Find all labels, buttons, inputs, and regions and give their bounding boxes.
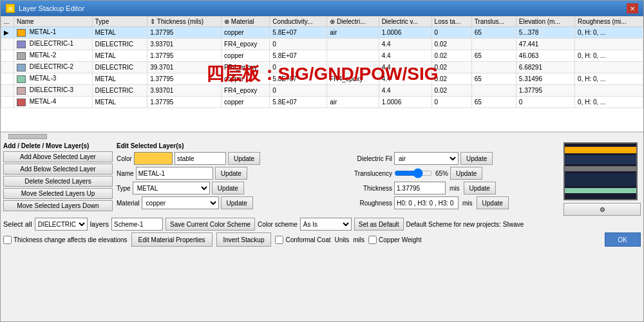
thickness-checkbox-text: Thickness change affects die elevations [14,236,128,243]
material-update-button[interactable]: Update [221,196,253,209]
color-preview-swatch[interactable] [134,152,173,165]
row-type: DIELECTRIC [92,39,147,50]
name-update-button[interactable]: Update [215,167,247,180]
thickness-checkbox-label[interactable]: Thickness change affects die elevations [3,236,128,244]
row-thickness: 39.3701 [147,62,222,73]
col-loss[interactable]: Loss ta... [431,17,471,27]
roughness-update-button[interactable]: Update [477,196,509,209]
layer-table-area[interactable]: ... Name Type ⇕ Thickness (mils) ⊕ Mater… [1,16,643,132]
col-dielectric[interactable]: ⊕ Dielectri... [327,17,379,27]
translucency-label: Translucency [341,170,392,177]
roughness-unit: mis [462,200,473,207]
row-name: METAL-4 [14,97,93,108]
layer-type-select[interactable]: DIELECTRIC METAL [35,218,88,231]
move-up-button[interactable]: Move Selected Layers Up [3,188,113,199]
col-roughness[interactable]: Roughness (mi... [575,17,643,27]
set-default-button[interactable]: Set as Default [354,218,404,231]
dielectric-fill-row: Dielectric Fil air FR4_epoxy Update [341,152,560,165]
color-input[interactable] [175,152,226,165]
row-dielectric-fill [327,85,379,97]
delete-layers-button[interactable]: Delete Selected Layers [3,176,113,187]
row-indicator [1,50,14,62]
row-loss: 0.02 [431,39,471,50]
row-translucency [471,62,516,73]
row-type: METAL [92,50,147,62]
type-update-button[interactable]: Update [212,182,244,194]
horizontal-scrollbar[interactable] [1,132,643,140]
col-dielectric-v[interactable]: Dielectric v... [379,17,431,27]
color-label: Color [117,155,132,162]
material-label: Material [117,200,140,207]
invert-stackup-button[interactable]: Invert Stackup [216,232,272,247]
col-material[interactable]: ⊕ Material [222,17,270,27]
table-row[interactable]: ▶ METAL-1 METAL 1.37795 copper 5.8E+07 a… [1,27,643,39]
roughness-label: Roughness [341,200,392,207]
thickness-update-button[interactable]: Update [464,182,496,194]
roughness-row: Roughness mis Update [341,196,560,209]
row-material: FR4_epoxy [222,62,270,73]
row-translucency: 65 [471,97,516,108]
add-above-button[interactable]: Add Above Selected Layer [3,151,113,162]
save-scheme-button[interactable]: Save Current Color Scheme [166,218,255,231]
form-section: Color Update Name Update [117,152,560,211]
translucency-slider-row: 65% [394,168,448,178]
copper-weight-label[interactable]: Copper Weight [368,236,422,244]
edit-selected-panel: Edit Selected Layer(s) Color Update [117,142,560,211]
add-below-button[interactable]: Add Below Selected Layer [3,164,113,175]
row-indicator [1,62,14,73]
table-row[interactable]: DIELECTRIC-1 DIELECTRIC 3.93701 FR4_epox… [1,39,643,50]
roughness-input[interactable] [394,196,459,209]
row-elevation: 46.063 [516,50,574,62]
row-translucency: 65 [471,50,516,62]
color-update-button[interactable]: Update [228,152,260,165]
row-thickness: 3.93701 [147,39,222,50]
default-scheme-text: Default Scheme for new projects: SIwave [406,221,524,228]
dielectric-fill-update-button[interactable]: Update [460,152,493,165]
row-conductivity: 5.8E+07 [270,50,327,62]
table-row[interactable]: DIELECTRIC-3 DIELECTRIC 3.93701 FR4_epox… [1,85,643,97]
edit-material-button[interactable]: Edit Material Properties [131,232,213,247]
table-row[interactable]: DIELECTRIC-2 DIELECTRIC 39.3701 FR4_epox… [1,62,643,73]
move-down-button[interactable]: Move Selected Layers Down [3,200,113,211]
col-type[interactable]: Type [92,17,147,27]
row-material: copper [222,97,270,108]
title-bar: ⊞ Layer Stackup Editor ✕ [1,1,643,16]
row-name: METAL-3 [14,73,93,85]
row-material: copper [222,27,270,39]
table-row[interactable]: METAL-2 METAL 1.37795 copper 5.8E+07 4.4… [1,50,643,62]
dielectric-fill-select[interactable]: air FR4_epoxy [394,152,459,165]
table-row[interactable]: METAL-4 METAL 1.37795 copper 5.8E+07 air… [1,97,643,108]
table-row[interactable]: METAL-3 METAL 1.37795 copper 5.8E+07 FR4… [1,73,643,85]
thumbnail-action-button[interactable]: ⚙ [564,203,641,216]
form-left: Color Update Name Update [117,152,336,211]
scheme-input[interactable] [111,218,163,231]
translucency-slider[interactable] [394,168,433,178]
conformal-coat-checkbox[interactable] [275,236,283,244]
col-elevation[interactable]: Elevation (m... [516,17,574,27]
color-scheme-select[interactable]: As Is [300,218,352,231]
col-thickness[interactable]: ⇕ Thickness (mils) [147,17,222,27]
col-name[interactable]: Name [14,17,93,27]
thickness-input[interactable] [394,182,446,194]
close-button[interactable]: ✕ [627,3,638,14]
row-indicator [1,73,14,85]
row-roughness [575,85,643,97]
color-row: Color Update [117,152,336,165]
col-translucency[interactable]: Translus... [471,17,516,27]
row-roughness [575,62,643,73]
copper-weight-checkbox[interactable] [368,236,377,244]
name-input[interactable] [136,167,213,180]
thickness-checkbox[interactable] [3,236,12,244]
scroll-thumb[interactable] [8,134,47,139]
col-indicator[interactable]: ... [1,17,14,27]
col-conductivity[interactable]: Conductivity... [270,17,327,27]
dielectric-fill-label: Dielectric Fil [341,155,392,162]
material-select[interactable]: copper [142,196,219,209]
units-label: Units [334,236,349,243]
conformal-coat-label[interactable]: Conformal Coat [275,236,330,244]
select-all-group: Select all DIELECTRIC METAL layers [3,218,109,231]
type-select[interactable]: METAL DIELECTRIC [133,182,210,194]
ok-button[interactable]: OK [605,232,641,247]
bottom-section: Add / Delete / Move Layer(s) Add Above S… [1,140,643,249]
translucency-update-button[interactable]: Update [450,167,482,180]
